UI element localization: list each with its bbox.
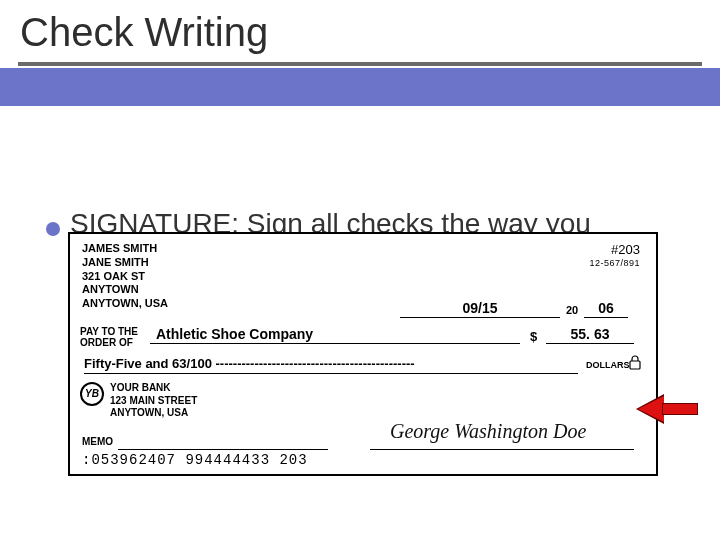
amount-numeric-field: 55. 63 (546, 326, 634, 344)
accent-band (0, 68, 720, 106)
dollar-sign: $ (530, 329, 537, 344)
holder-city: ANYTOWN (82, 283, 168, 297)
holder-country: ANYTOWN, USA (82, 297, 168, 311)
routing-fraction: 12-567/891 (589, 258, 640, 268)
micr-line: :053962407 994444433 203 (82, 452, 308, 468)
dollars-label: DOLLARS (586, 360, 630, 370)
memo-label: MEMO (82, 436, 113, 447)
bank-city: ANYTOWN, USA (110, 407, 197, 420)
pay-to-label: PAY TO THE ORDER OF (80, 326, 138, 348)
bank-logo-icon: YB (80, 382, 104, 406)
bullet-icon (46, 222, 60, 236)
pay-to-label-line1: PAY TO THE (80, 326, 138, 337)
account-holder-block: JAMES SMITH JANE SMITH 321 OAK ST ANYTOW… (82, 242, 168, 311)
slide-title: Check Writing (20, 10, 268, 55)
title-underline (18, 62, 702, 66)
check-image: JAMES SMITH JANE SMITH 321 OAK ST ANYTOW… (68, 232, 658, 476)
holder-name-2: JANE SMITH (82, 256, 168, 270)
amount-words-field: Fifty-Five and 63/100 ------------------… (84, 356, 578, 374)
century-label: 20 (566, 304, 578, 316)
svg-rect-0 (630, 361, 640, 369)
bank-street: 123 MAIN STREET (110, 395, 197, 408)
memo-field (118, 436, 328, 450)
holder-name-1: JAMES SMITH (82, 242, 168, 256)
pay-to-label-line2: ORDER OF (80, 337, 138, 348)
signature-text: George Washington Doe (390, 420, 586, 443)
bank-block: YOUR BANK 123 MAIN STREET ANYTOWN, USA (110, 382, 197, 420)
bank-name: YOUR BANK (110, 382, 197, 395)
year-field: 06 (584, 300, 628, 318)
payee-field: Athletic Shoe Company (150, 326, 520, 344)
date-field: 09/15 (400, 300, 560, 318)
holder-street: 321 OAK ST (82, 270, 168, 284)
lock-icon (628, 354, 642, 370)
check-number: #203 (611, 242, 640, 257)
callout-arrow-icon (638, 396, 698, 422)
